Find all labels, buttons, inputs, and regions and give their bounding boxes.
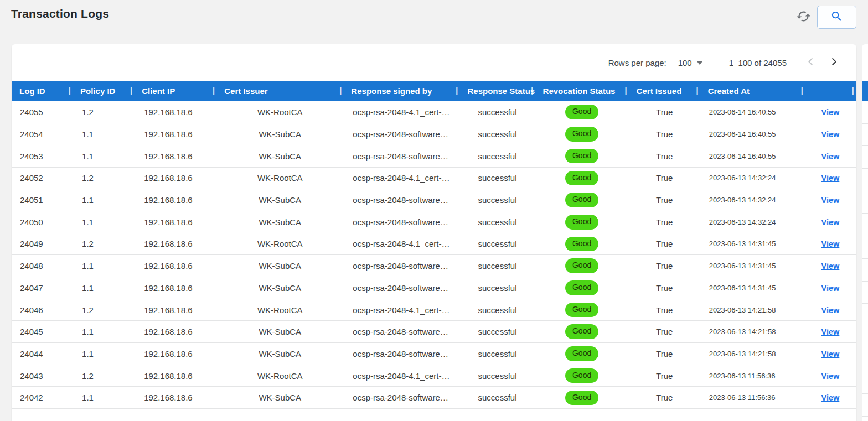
cell-policy-id: 1.2 [73,299,134,321]
view-link[interactable]: View [822,218,840,227]
table-row: 24050 1.1 192.168.18.6 WK-SubCA ocsp-rsa… [12,211,856,233]
table-row: 24055 1.2 192.168.18.6 WK-RootCA ocsp-rs… [12,101,856,123]
column-header-created-at: Created At [700,81,805,101]
table-row: 24048 1.1 192.168.18.6 WK-SubCA ocsp-rsa… [12,255,856,277]
cell-policy-id: 1.1 [73,343,134,365]
view-link[interactable]: View [822,152,840,161]
table-row: 24045 1.1 192.168.18.6 WK-SubCA ocsp-rsa… [12,321,856,343]
cell-cert-issued: True [629,343,700,365]
table-row: 24047 1.1 192.168.18.6 WK-SubCA ocsp-rsa… [12,277,856,299]
cell-client-ip: 192.168.18.6 [134,123,216,145]
cell-response-status: successful [459,299,535,321]
cell-cert-issuer: WK-SubCA [216,277,343,299]
cell-revocation-status: Good [535,321,629,343]
status-badge: Good [565,127,598,142]
cell-action: View [805,211,856,233]
view-link[interactable]: View [822,350,840,358]
column-header-actions [805,81,856,101]
view-link[interactable]: View [822,108,840,117]
view-link[interactable]: View [822,328,840,336]
cell-revocation-status: Good [535,277,629,299]
cell-cert-issued: True [629,233,700,255]
rows-per-page-value: 100 [678,58,692,67]
cell-response-signed-by: ocsp-rsa-2048-software… [343,255,459,277]
cell-policy-id: 1.1 [73,277,134,299]
status-badge: Good [565,149,598,164]
cell-client-ip: 192.168.18.6 [134,277,216,299]
previous-page-button[interactable] [799,51,822,74]
cell-created-at: 2023-06-13 14:21:58 [700,343,805,365]
status-badge: Good [565,346,598,361]
table-body: 24055 1.2 192.168.18.6 WK-RootCA ocsp-rs… [12,101,856,409]
cell-cert-issued: True [629,365,700,387]
cell-log-id: 24052 [12,167,73,189]
cell-response-signed-by: ocsp-rsa-2048-4.1_cert-… [343,299,459,321]
status-badge: Good [565,303,598,318]
cell-client-ip: 192.168.18.6 [134,189,216,211]
cell-response-status: successful [459,277,535,299]
cell-response-signed-by: ocsp-rsa-2048-4.1_cert-… [343,101,459,123]
cell-response-status: successful [459,145,535,167]
cell-cert-issued: True [629,277,700,299]
cell-created-at: 2023-06-13 14:31:45 [700,277,805,299]
table-row: 24052 1.2 192.168.18.6 WK-RootCA ocsp-rs… [12,167,856,189]
cell-revocation-status: Good [535,255,629,277]
search-button[interactable] [817,6,856,29]
cell-cert-issued: True [629,167,700,189]
chevron-left-icon [805,56,816,69]
table-row: 24049 1.2 192.168.18.6 WK-RootCA ocsp-rs… [12,233,856,255]
view-link[interactable]: View [822,284,840,293]
cell-created-at: 2023-06-13 14:31:45 [700,255,805,277]
cell-cert-issued: True [629,189,700,211]
view-link[interactable]: View [822,130,840,139]
pagination-bar: Rows per page: 100 1–100 of 24055 [12,44,856,81]
transaction-logs-table: Log IDPolicy IDClient IPCert IssuerRespo… [12,81,856,409]
status-badge: Good [565,280,598,295]
cell-client-ip: 192.168.18.6 [134,145,216,167]
cell-log-id: 24051 [12,189,73,211]
cell-action: View [805,343,856,365]
cell-cert-issued: True [629,321,700,343]
cell-revocation-status: Good [535,233,629,255]
cell-action: View [805,167,856,189]
column-header-revocation-status: Revocation Status [535,81,629,101]
pagination-range: 1–100 of 24055 [729,58,787,67]
cell-created-at: 2023-06-13 14:21:58 [700,299,805,321]
search-icon [830,10,843,24]
view-link[interactable]: View [822,262,840,271]
cell-response-status: successful [459,189,535,211]
rows-per-page-select[interactable]: 100 [678,58,702,67]
cell-revocation-status: Good [535,299,629,321]
column-header-cert-issued: Cert Issued [629,81,700,101]
table-row: 24043 1.2 192.168.18.6 WK-RootCA ocsp-rs… [12,365,856,387]
cell-cert-issued: True [629,101,700,123]
cell-cert-issuer: WK-RootCA [216,299,343,321]
column-header-log-id: Log ID [12,81,73,101]
status-badge: Good [565,368,598,383]
view-link[interactable]: View [822,174,840,183]
cell-created-at: 2023-06-14 16:40:55 [700,123,805,145]
view-link[interactable]: View [822,393,840,402]
view-link[interactable]: View [822,240,840,248]
cell-cert-issuer: WK-RootCA [216,167,343,189]
cell-created-at: 2023-06-13 14:21:58 [700,321,805,343]
cell-action: View [805,299,856,321]
view-link[interactable]: View [822,196,840,205]
cell-client-ip: 192.168.18.6 [134,387,216,409]
cell-created-at: 2023-06-13 14:31:45 [700,233,805,255]
refresh-button[interactable] [790,5,816,29]
cell-response-signed-by: ocsp-rsa-2048-software… [343,321,459,343]
cell-revocation-status: Good [535,123,629,145]
chevron-right-icon [829,56,839,69]
view-link[interactable]: View [822,372,840,381]
view-link[interactable]: View [822,306,840,315]
cell-client-ip: 192.168.18.6 [134,299,216,321]
cell-response-signed-by: ocsp-rsa-2048-4.1_cert-… [343,233,459,255]
next-page-button[interactable] [822,51,845,74]
cell-log-id: 24045 [12,321,73,343]
status-badge: Good [565,171,598,186]
cell-log-id: 24054 [12,123,73,145]
cell-cert-issuer: WK-SubCA [216,387,343,409]
cell-cert-issuer: WK-SubCA [216,255,343,277]
column-header-response-status: Response Status [459,81,535,101]
